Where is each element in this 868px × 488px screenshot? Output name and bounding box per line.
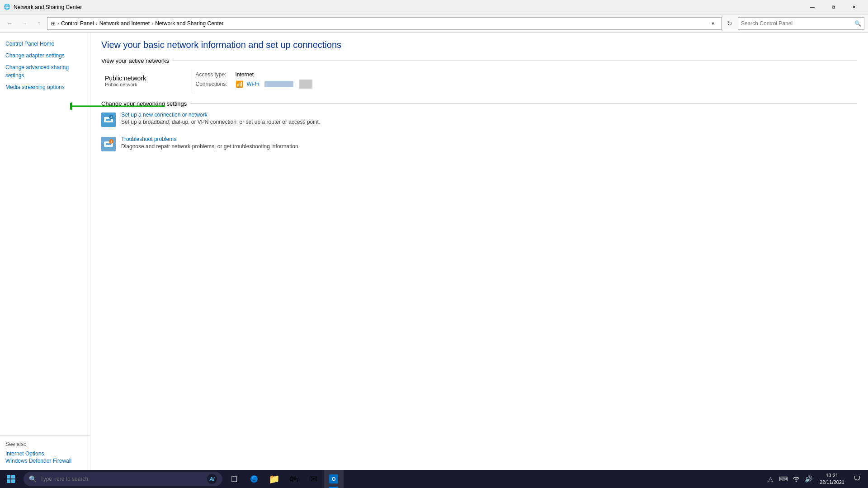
tray-expand-button[interactable]: △ <box>765 470 776 488</box>
svg-text:O: O <box>332 476 336 482</box>
window-title: Network and Sharing Center <box>14 4 82 10</box>
setup-connection-item: + Set up a new connection or network Set… <box>101 112 857 127</box>
title-bar-controls: — ⧉ ✕ <box>802 0 864 14</box>
window-icon: 🌐 <box>4 4 11 11</box>
network-row: Public network Public network Access typ… <box>101 69 857 93</box>
windows-logo-icon <box>7 475 15 483</box>
section-divider-2 <box>190 103 857 104</box>
network-name-cell: Public network Public network <box>101 69 192 93</box>
see-also-section: See also Internet Options Windows Defend… <box>0 435 90 470</box>
troubleshoot-link[interactable]: Troubleshoot problems <box>121 136 300 142</box>
sidebar-item-change-advanced-sharing[interactable]: Change advanced sharing settings <box>0 61 90 81</box>
svg-point-18 <box>795 481 797 482</box>
network-name: Public network <box>105 75 188 82</box>
close-button[interactable]: ✕ <box>844 0 864 14</box>
active-networks-header: View your active networks <box>101 57 857 64</box>
path-sharing-center: Network and Sharing Center <box>155 20 223 27</box>
system-tray: △ ⌨ 🔊 13:21 22/11/2021 🗨 <box>762 470 868 488</box>
networks-table: Public network Public network Access typ… <box>101 69 857 93</box>
wifi-signal-icon: 📶 <box>236 80 243 88</box>
taskbar-outlook[interactable]: O <box>324 470 344 488</box>
access-type-row: Access type: Internet <box>196 71 854 78</box>
taskbar-edge[interactable] <box>244 470 264 488</box>
taskbar-search-input[interactable] <box>40 476 203 482</box>
clock-time: 13:21 <box>826 472 839 479</box>
explorer-icon: 📁 <box>269 474 280 484</box>
taskbar: 🔍 Ai ❑ 📁 🛍 ✉ O △ ⌨ <box>0 470 868 488</box>
taskbar-store[interactable]: 🛍 <box>284 470 304 488</box>
see-also-windows-firewall[interactable]: Windows Defender Firewall <box>5 457 85 465</box>
sidebar-nav: Control Panel Home Change adapter settin… <box>0 33 90 99</box>
setup-connection-desc: Set up a broadband, dial-up, or VPN conn… <box>121 119 320 125</box>
network-tray-icon <box>793 475 800 483</box>
taskbar-mail[interactable]: ✉ <box>304 470 324 488</box>
svg-rect-14 <box>7 479 10 483</box>
start-button[interactable] <box>0 470 22 488</box>
networking-settings-title: Change your networking settings <box>101 100 187 107</box>
page-title: View your basic network information and … <box>101 40 857 50</box>
store-icon: 🛍 <box>289 474 298 484</box>
search-icon[interactable]: 🔍 <box>854 20 861 27</box>
troubleshoot-desc: Diagnose and repair network problems, or… <box>121 143 300 150</box>
sidebar-item-media-streaming[interactable]: Media streaming options <box>0 81 90 93</box>
taskbar-search-icon: 🔍 <box>29 475 37 483</box>
path-icon: ⊞ <box>51 20 56 27</box>
svg-rect-13 <box>11 475 15 479</box>
taskbar-search-bar[interactable]: 🔍 Ai <box>24 472 222 486</box>
active-networks-title: View your active networks <box>101 57 169 64</box>
troubleshoot-item: ! Troubleshoot problems Diagnose and rep… <box>101 136 857 151</box>
svg-rect-12 <box>7 475 10 479</box>
access-info-cell: Access type: Internet Connections: 📶 Wi-… <box>192 69 857 93</box>
see-also-internet-options[interactable]: Internet Options <box>5 450 85 457</box>
refresh-button[interactable]: ↻ <box>723 17 736 30</box>
up-button[interactable]: ↑ <box>33 17 45 30</box>
address-bar: ← → ↑ ⊞ › Control Panel › Network and In… <box>0 14 868 33</box>
section-divider <box>173 61 857 61</box>
mail-icon: ✉ <box>310 474 318 484</box>
setup-connection-icon: + <box>101 113 116 127</box>
tray-volume-icon[interactable]: 🔊 <box>803 470 814 488</box>
troubleshoot-icon: ! <box>101 137 116 151</box>
address-path[interactable]: ⊞ › Control Panel › Network and Internet… <box>47 17 722 30</box>
svg-text:+: + <box>110 116 112 119</box>
sidebar-item-change-adapter[interactable]: Change adapter settings <box>0 50 90 61</box>
svg-text:!: ! <box>111 140 112 144</box>
tray-keyboard-icon[interactable]: ⌨ <box>778 470 789 488</box>
see-also-title: See also <box>5 441 85 447</box>
path-network-internet[interactable]: Network and Internet <box>99 20 150 27</box>
tray-network-icon[interactable] <box>791 470 802 488</box>
content-area: View your basic network information and … <box>90 33 868 470</box>
notification-center-button[interactable]: 🗨 <box>850 470 864 488</box>
connections-label: Connections: <box>196 81 232 87</box>
blurred-ssid <box>264 81 293 87</box>
back-button[interactable]: ← <box>4 17 16 30</box>
task-view-icon: ❑ <box>231 475 237 483</box>
access-type-label: Access type: <box>196 71 232 78</box>
system-clock[interactable]: 13:21 22/11/2021 <box>816 472 848 486</box>
outlook-icon: O <box>329 474 338 483</box>
search-box: 🔍 <box>738 17 864 30</box>
troubleshoot-text: Troubleshoot problems Diagnose and repai… <box>121 136 300 150</box>
connections-row: Connections: 📶 Wi-Fi <box>196 80 854 89</box>
networking-settings-header: Change your networking settings <box>101 100 857 107</box>
cortana-icon: Ai <box>207 474 217 484</box>
blurred-icon <box>299 80 312 89</box>
wifi-connection-link[interactable]: Wi-Fi <box>247 81 259 87</box>
search-input[interactable] <box>741 20 854 27</box>
path-control-panel[interactable]: Control Panel <box>61 20 94 27</box>
maximize-button[interactable]: ⧉ <box>823 0 844 14</box>
title-bar-left: 🌐 Network and Sharing Center <box>4 4 82 11</box>
edge-icon <box>250 474 259 483</box>
setup-connection-text: Set up a new connection or network Set u… <box>121 112 320 125</box>
title-bar: 🌐 Network and Sharing Center — ⧉ ✕ <box>0 0 868 14</box>
taskbar-explorer[interactable]: 📁 <box>264 470 284 488</box>
sidebar-item-control-panel-home[interactable]: Control Panel Home <box>0 38 90 50</box>
task-view-button[interactable]: ❑ <box>224 470 244 488</box>
path-dropdown-icon[interactable]: ▾ <box>708 19 717 28</box>
minimize-button[interactable]: — <box>802 0 823 14</box>
setup-connection-link[interactable]: Set up a new connection or network <box>121 112 320 118</box>
sidebar: Control Panel Home Change adapter settin… <box>0 33 90 470</box>
forward-button[interactable]: → <box>18 17 31 30</box>
svg-rect-15 <box>11 479 15 483</box>
access-type-value: Internet <box>236 71 254 78</box>
